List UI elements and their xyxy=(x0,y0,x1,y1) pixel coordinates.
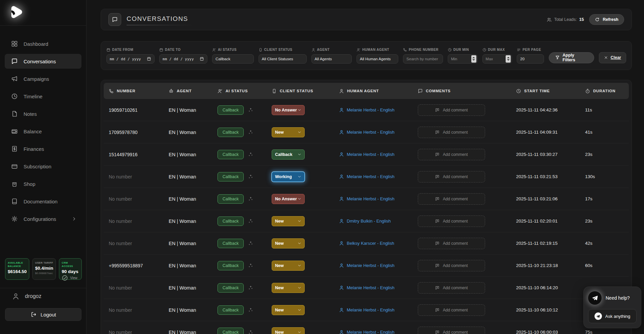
ai-status-badge[interactable]: Callback xyxy=(217,283,244,293)
ai-status-badge[interactable]: Callback xyxy=(217,194,244,204)
sidebar-item-campaigns[interactable]: Campaigns xyxy=(5,71,81,86)
agent-select[interactable]: All Agents xyxy=(311,54,352,64)
date-from-input[interactable]: mm / dd / yyyy xyxy=(106,54,155,64)
per-page-input[interactable] xyxy=(520,57,541,61)
human-agent-select[interactable]: All Human Agents xyxy=(357,54,398,64)
sidebar-item-label: Balance xyxy=(24,129,42,134)
human-agent-link[interactable]: Melanie Herbst - English xyxy=(339,307,418,312)
add-comment-button[interactable]: Add comment xyxy=(418,193,485,205)
person-check-icon xyxy=(357,48,361,52)
clock-icon xyxy=(482,48,486,52)
add-comment-button[interactable]: Add comment xyxy=(418,238,485,249)
human-agent-link[interactable]: Melanie Herbst - English xyxy=(339,196,418,201)
client-status-select[interactable]: Callback xyxy=(272,149,305,160)
add-comment-button[interactable]: Add comment xyxy=(418,104,485,116)
sparkles-icon xyxy=(248,330,253,334)
telegram-icon[interactable] xyxy=(588,291,602,305)
ai-status-select[interactable]: Callback xyxy=(212,54,253,64)
sidebar-item-timeline[interactable]: Timeline xyxy=(5,89,81,104)
funnel-icon xyxy=(555,55,560,60)
dur-min-stepper[interactable] xyxy=(471,55,476,63)
client-status-select[interactable]: No Answer xyxy=(272,105,305,115)
crm-access-card[interactable]: CRM ACCESS 90 days View xyxy=(59,258,82,280)
ai-status-badge[interactable]: Callback xyxy=(217,261,244,270)
sidebar-item-dashboard[interactable]: Dashboard xyxy=(5,36,81,51)
client-status-select[interactable]: New xyxy=(272,305,305,315)
add-comment-button[interactable]: Add comment xyxy=(418,327,485,334)
refresh-button[interactable]: Refresh xyxy=(589,14,624,25)
sidebar-item-configurations[interactable]: Configurations xyxy=(5,211,81,226)
ai-status-badge[interactable]: Callback xyxy=(217,216,244,226)
number-cell: 19059710261 xyxy=(109,107,169,113)
chevron-down-icon xyxy=(298,175,301,178)
chevron-right-icon xyxy=(71,216,77,221)
logout-button[interactable]: Logout xyxy=(5,308,81,321)
crm-view-link[interactable]: View xyxy=(70,276,77,280)
comments-cell: Add comment xyxy=(418,282,516,294)
sidebar-item-balance[interactable]: Balance xyxy=(5,124,81,139)
human-agent-link[interactable]: Melanie Herbst - English xyxy=(339,174,418,179)
sidebar-item-shop[interactable]: Shop xyxy=(5,176,81,191)
add-comment-button[interactable]: Add comment xyxy=(418,260,485,271)
human-agent-link[interactable]: Belksy Karscer - English xyxy=(339,241,418,246)
client-status-select[interactable]: New xyxy=(272,216,305,226)
comments-cell: Add comment xyxy=(418,238,516,249)
ai-status-badge[interactable]: Callback xyxy=(217,305,244,315)
add-comment-button[interactable]: Add comment xyxy=(418,304,485,316)
add-comment-button[interactable]: Add comment xyxy=(418,149,485,160)
available-balance-card[interactable]: AVAILABLE BALANCE $6164.50 xyxy=(5,258,29,280)
ai-status-badge[interactable]: Callback xyxy=(217,328,244,334)
client-status-select[interactable]: New xyxy=(272,238,305,248)
ai-status-badge[interactable]: Callback xyxy=(217,105,244,115)
client-status-select[interactable]: New xyxy=(272,127,305,137)
ai-status-badge[interactable]: Callback xyxy=(217,239,244,248)
client-status-select[interactable]: No Answer xyxy=(272,194,305,204)
ai-status-badge[interactable]: Callback xyxy=(217,128,244,137)
add-comment-button[interactable]: Add comment xyxy=(418,171,485,182)
logo-area xyxy=(0,0,86,26)
ai-status-cell: Callback xyxy=(217,328,272,334)
dur-max-input[interactable] xyxy=(486,57,502,61)
human-agent-link[interactable]: Melanie Herbst - English xyxy=(339,263,418,268)
refresh-icon xyxy=(595,17,600,22)
client-status-select[interactable]: New xyxy=(272,327,305,334)
client-status-cell: New xyxy=(272,216,339,226)
client-status-cell: New xyxy=(272,327,339,334)
chevron-down-icon xyxy=(298,108,301,112)
ai-status-badge[interactable]: Callback xyxy=(217,150,244,159)
client-status-select[interactable]: All Client Statuses xyxy=(259,54,307,64)
add-comment-button[interactable]: Add comment xyxy=(418,215,485,227)
apply-filters-button[interactable]: Apply Filters xyxy=(549,52,594,63)
client-status-select[interactable]: Working xyxy=(272,172,305,182)
human-agent-link[interactable]: Melanie Herbst - English xyxy=(339,130,418,135)
date-to-input[interactable]: mm / dd / yyyy xyxy=(159,54,207,64)
human-agent-link[interactable]: Melanie Herbst - English xyxy=(339,285,418,290)
client-status-select[interactable]: New xyxy=(272,261,305,271)
sidebar-item-subscription[interactable]: Subscription xyxy=(5,159,81,174)
ai-status-badge[interactable]: Callback xyxy=(217,172,244,181)
human-agent-link[interactable]: Dmitry Bulkin - English xyxy=(339,219,418,224)
sidebar-item-conversations[interactable]: Conversations xyxy=(5,54,81,69)
note-icon xyxy=(11,110,18,117)
phone-number-input[interactable] xyxy=(406,57,439,61)
dur-min-input[interactable] xyxy=(451,57,467,61)
sidebar-item-notes[interactable]: Notes xyxy=(5,106,81,121)
add-comment-button[interactable]: Add comment xyxy=(418,127,485,138)
human-agent-link[interactable]: Melanie Herbst - English xyxy=(339,107,418,112)
stopwatch-icon xyxy=(585,89,590,94)
human-agent-link[interactable]: Melanie Herbst - English xyxy=(339,330,418,334)
sidebar-item-finances[interactable]: Finances xyxy=(5,141,81,156)
user-row[interactable]: drogoz xyxy=(12,293,41,300)
dur-max-stepper[interactable] xyxy=(506,55,511,63)
main-content: CONVERSATIONS Total Leads: 15 Refresh DA… xyxy=(87,0,644,334)
app-logo-icon[interactable] xyxy=(6,4,24,22)
clear-filters-button[interactable]: Clear xyxy=(599,52,626,63)
client-status-select[interactable]: New xyxy=(272,283,305,293)
total-leads-value: 15 xyxy=(579,17,584,22)
human-agent-link[interactable]: Melanie Herbst - English xyxy=(339,152,418,157)
add-comment-button[interactable]: Add comment xyxy=(418,282,485,294)
ask-anything-button[interactable]: Ask anything xyxy=(588,309,637,323)
user-tariff-card[interactable]: USER TARIFF $0.4/min $0.006667/sec xyxy=(32,258,56,280)
mobile-icon xyxy=(259,48,263,52)
sidebar-item-documentation[interactable]: Documentation xyxy=(5,194,81,209)
